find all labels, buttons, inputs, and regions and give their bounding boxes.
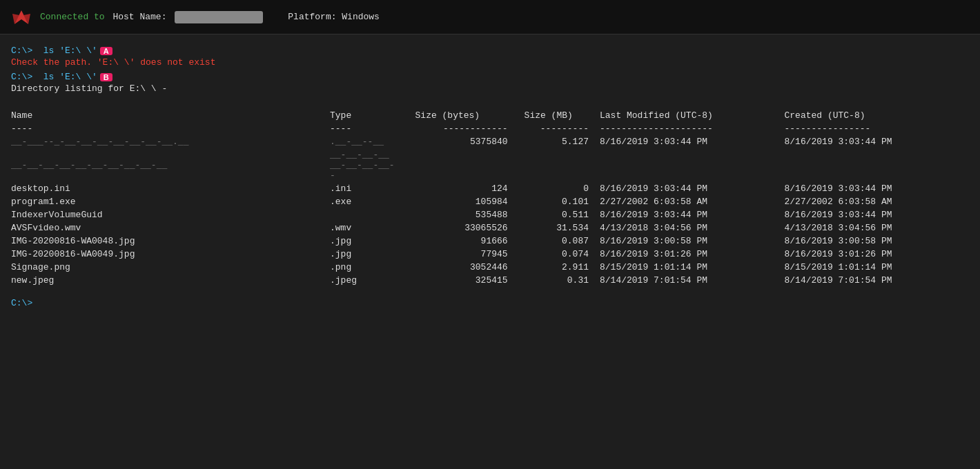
file-created: 8/16/2019 3:03:44 PM bbox=[784, 208, 969, 221]
file-name: IMG-20200816-WA0048.jpg bbox=[11, 234, 330, 248]
file-bytes: 33065526 bbox=[415, 221, 525, 234]
file-mb: 31.534 bbox=[525, 221, 600, 234]
file-mb: 0.087 bbox=[525, 234, 600, 248]
file-created: 8/14/2019 7:01:54 PM bbox=[784, 274, 969, 287]
table-row: desktop.ini.ini12408/16/2019 3:03:44 PM8… bbox=[11, 182, 969, 195]
file-name: IMG-20200816-WA0049.jpg bbox=[11, 248, 330, 261]
file-bytes: 105984 bbox=[415, 195, 525, 208]
file-type bbox=[330, 208, 415, 221]
file-modified: 4/13/2018 3:04:56 PM bbox=[600, 221, 784, 234]
table-row: IMG-20200816-WA0048.jpg.jpg916660.0878/1… bbox=[11, 234, 969, 248]
terminal-window[interactable]: C:\> ls 'E:\ \'A Check the path. 'E:\ \'… bbox=[0, 34, 980, 469]
file-mb: 0.101 bbox=[525, 195, 600, 208]
command-line-2: C:\> ls 'E:\ \'B bbox=[11, 72, 969, 82]
file-modified: 2/27/2002 6:03:58 AM bbox=[600, 195, 784, 208]
sep-name: ---- bbox=[11, 122, 330, 135]
file-name: new.jpeg bbox=[11, 274, 330, 287]
file-name: IndexerVolumeGuid bbox=[11, 208, 330, 221]
redacted-bytes-1: 5375840 bbox=[415, 135, 525, 148]
file-listing-table: Name Type Size (bytes) Size (MB) Last Mo… bbox=[11, 109, 969, 287]
file-created: 8/16/2019 3:03:44 PM bbox=[784, 182, 969, 195]
redacted-type-2: __-__-__-__ __-__-__-__- - bbox=[330, 148, 415, 182]
file-modified: 8/16/2019 3:03:44 PM bbox=[600, 208, 784, 221]
table-row: IndexerVolumeGuid5354880.5118/16/2019 3:… bbox=[11, 208, 969, 221]
file-bytes: 91666 bbox=[415, 234, 525, 248]
file-type: .jpg bbox=[330, 234, 415, 248]
app-logo-icon bbox=[11, 7, 32, 28]
file-created: 8/16/2019 3:01:26 PM bbox=[784, 248, 969, 261]
file-bytes: 325415 bbox=[415, 274, 525, 287]
file-modified: 8/16/2019 3:03:44 PM bbox=[600, 182, 784, 195]
platform-label: Platform: Windows bbox=[288, 12, 380, 22]
redacted-created-2 bbox=[784, 148, 969, 182]
table-row: program1.exe.exe1059840.1012/27/2002 6:0… bbox=[11, 195, 969, 208]
connection-status: Connected to Host Name: ██████████ bbox=[40, 12, 263, 22]
file-mb: 0 bbox=[525, 182, 600, 195]
file-mb: 0.511 bbox=[525, 208, 600, 221]
file-type: .jpeg bbox=[330, 274, 415, 287]
file-modified: 8/14/2019 7:01:54 PM bbox=[600, 274, 784, 287]
directory-header: Directory listing for E:\ \ - bbox=[11, 83, 969, 94]
file-bytes: 124 bbox=[415, 182, 525, 195]
sep-bytes: ------------ bbox=[415, 122, 525, 135]
file-bytes: 535488 bbox=[415, 208, 525, 221]
sep-modified: --------------------- bbox=[600, 122, 784, 135]
file-mb: 0.31 bbox=[525, 274, 600, 287]
sep-mb: --------- bbox=[525, 122, 600, 135]
titlebar: Connected to Host Name: ██████████ Platf… bbox=[0, 0, 980, 34]
file-rows-body: __-___--_-__-__-__-__-__-__-__.__ .__-__… bbox=[11, 135, 969, 287]
table-header-row: Name Type Size (bytes) Size (MB) Last Mo… bbox=[11, 109, 969, 122]
redacted-row-2: __-__-__-__-__-__-__-__-__-__ __-__-__-_… bbox=[11, 148, 969, 182]
col-header-type: Type bbox=[330, 109, 415, 122]
file-created: 8/16/2019 3:00:58 PM bbox=[784, 234, 969, 248]
col-header-name: Name bbox=[11, 109, 330, 122]
file-name: desktop.ini bbox=[11, 182, 330, 195]
command-line-1: C:\> ls 'E:\ \'A bbox=[11, 46, 969, 56]
file-mb: 0.074 bbox=[525, 248, 600, 261]
hostname-value: ██████████ bbox=[175, 11, 263, 23]
error-message-1: Check the path. 'E:\ \' does not exist bbox=[11, 57, 969, 68]
file-modified: 8/15/2019 1:01:14 PM bbox=[600, 261, 784, 274]
file-type: .wmv bbox=[330, 221, 415, 234]
file-bytes: 77945 bbox=[415, 248, 525, 261]
table-row: AVSFvideo.wmv.wmv3306552631.5344/13/2018… bbox=[11, 221, 969, 234]
table-row: Signage.png.png30524462.9118/15/2019 1:0… bbox=[11, 261, 969, 274]
redacted-bytes-2 bbox=[415, 148, 525, 182]
sep-created: ---------------- bbox=[784, 122, 969, 135]
redacted-modified-2 bbox=[600, 148, 784, 182]
file-mb: 2.911 bbox=[525, 261, 600, 274]
sep-type: ---- bbox=[330, 122, 415, 135]
badge-a: A bbox=[100, 47, 112, 55]
file-bytes: 3052446 bbox=[415, 261, 525, 274]
col-header-bytes: Size (bytes) bbox=[415, 109, 525, 122]
col-header-modified: Last Modified (UTC-8) bbox=[600, 109, 784, 122]
hostname-label: Host Name: bbox=[112, 12, 166, 22]
table-row: IMG-20200816-WA0049.jpg.jpg779450.0748/1… bbox=[11, 248, 969, 261]
file-type: .exe bbox=[330, 195, 415, 208]
file-modified: 8/16/2019 3:00:58 PM bbox=[600, 234, 784, 248]
redacted-mb-1: 5.127 bbox=[525, 135, 600, 148]
connected-label: Connected to bbox=[40, 12, 105, 22]
file-name: AVSFvideo.wmv bbox=[11, 221, 330, 234]
table-row: new.jpeg.jpeg3254150.318/14/2019 7:01:54… bbox=[11, 274, 969, 287]
table-separator-row: ---- ---- ------------ --------- -------… bbox=[11, 122, 969, 135]
file-modified: 8/16/2019 3:01:26 PM bbox=[600, 248, 784, 261]
redacted-row-1: __-___--_-__-__-__-__-__-__-__.__ .__-__… bbox=[11, 135, 969, 148]
file-type: .png bbox=[330, 261, 415, 274]
file-type: .jpg bbox=[330, 248, 415, 261]
file-created: 8/15/2019 1:01:14 PM bbox=[784, 261, 969, 274]
col-header-created: Created (UTC-8) bbox=[784, 109, 969, 122]
prompt-bottom[interactable]: C:\> bbox=[11, 298, 969, 308]
file-created: 4/13/2018 3:04:56 PM bbox=[784, 221, 969, 234]
col-header-mb: Size (MB) bbox=[525, 109, 600, 122]
redacted-name-1: __-___--_-__-__-__-__-__-__-__.__ bbox=[11, 135, 330, 148]
file-name: program1.exe bbox=[11, 195, 330, 208]
redacted-created-1: 8/16/2019 3:03:44 PM bbox=[784, 135, 969, 148]
redacted-modified-1: 8/16/2019 3:03:44 PM bbox=[600, 135, 784, 148]
redacted-type-1: .__-__--__ bbox=[330, 135, 415, 148]
badge-b: B bbox=[100, 73, 112, 81]
redacted-name-2: __-__-__-__-__-__-__-__-__-__ bbox=[11, 148, 330, 182]
redacted-mb-2 bbox=[525, 148, 600, 182]
file-type: .ini bbox=[330, 182, 415, 195]
file-created: 2/27/2002 6:03:58 AM bbox=[784, 195, 969, 208]
